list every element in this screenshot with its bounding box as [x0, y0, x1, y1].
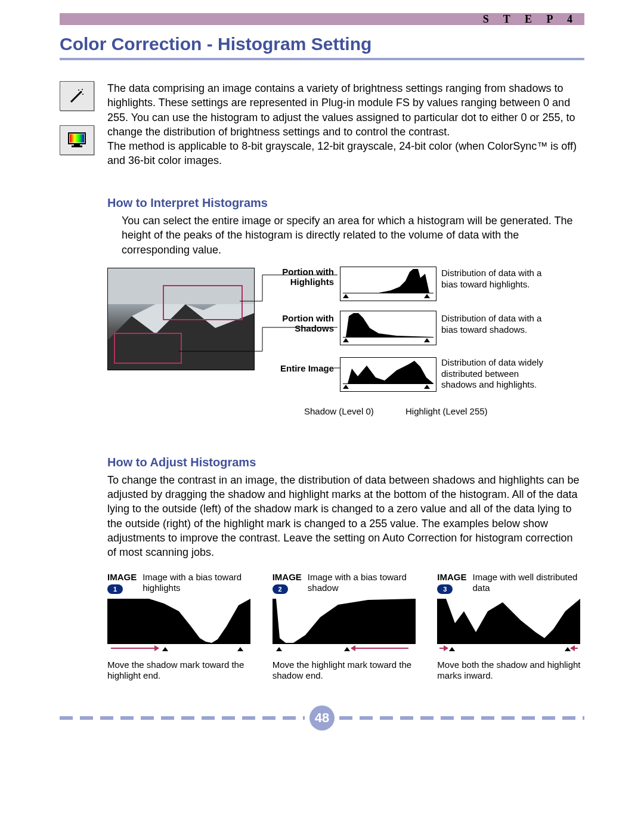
adjust-col-3: IMAGE 3 Image with well distributed data: [437, 572, 584, 682]
image-badge-3: 3: [437, 584, 453, 594]
adjust-col-2: IMAGE 2 Image with a bias toward shadow: [273, 572, 420, 682]
interpret-body: You can select the entire image or speci…: [122, 213, 584, 257]
monitor-color-icon: [60, 125, 94, 155]
image-caption-1: Image with a bias toward highlights: [143, 572, 255, 593]
interpret-figure: Portion with Highlights Portion with Sha…: [107, 268, 584, 423]
svg-rect-6: [70, 134, 84, 143]
svg-point-3: [82, 94, 83, 95]
desc-shadows: Distribution of data with a bias toward …: [441, 313, 555, 336]
svg-point-4: [82, 89, 83, 90]
svg-rect-8: [72, 146, 82, 147]
footer-dash-right: [339, 716, 584, 720]
highlight-axis-label: Highlight (Level 255): [405, 406, 488, 416]
svg-point-1: [80, 91, 82, 93]
svg-point-2: [78, 89, 79, 91]
arrow-left-small-icon: [571, 648, 578, 649]
image-caption-2: Image with a bias toward shadow: [308, 572, 420, 593]
adjust-instr-3: Move both the shadow and highlight marks…: [437, 660, 584, 682]
arrow-left-icon: [351, 648, 408, 649]
svg-rect-7: [74, 144, 80, 146]
desc-highlights: Distribution of data with a bias toward …: [441, 268, 555, 290]
shadow-axis-label: Shadow (Level 0): [304, 406, 374, 416]
image-badge-1: 1: [107, 584, 123, 594]
page-number: 48: [309, 705, 335, 731]
image-label-2: IMAGE: [273, 572, 302, 582]
page-title: Color Correction - Histogram Setting: [60, 34, 584, 54]
adjust-body: To change the contrast in an image, the …: [107, 473, 584, 560]
intro-text: The data comprising an image contains a …: [107, 81, 584, 168]
adjust-hist-2: [273, 599, 416, 652]
intro-p2: The method is applicable to 8-bit graysc…: [107, 140, 577, 166]
arrow-right-icon: [111, 648, 159, 649]
desc-entire: Distribution of data widely distributed …: [441, 357, 555, 391]
adjust-hist-1: [107, 599, 250, 652]
adjust-examples: IMAGE 1 Image with a bias toward highlig…: [107, 572, 584, 682]
image-caption-3: Image with well distributed data: [473, 572, 585, 593]
adjust-hist-3: [437, 599, 580, 652]
interpret-heading: How to Interpret Histograms: [107, 196, 584, 210]
svg-line-0: [71, 92, 81, 102]
adjust-instr-2: Move the highlight mark toward the shado…: [273, 660, 420, 682]
wand-icon: [60, 81, 94, 111]
adjust-col-1: IMAGE 1 Image with a bias toward highlig…: [107, 572, 255, 682]
intro-p1: The data comprising an image contains a …: [107, 82, 575, 138]
page-footer: 48: [0, 705, 644, 748]
step-bar: S T E P 4: [60, 13, 584, 25]
step-label: S T E P 4: [483, 13, 578, 25]
footer-dash-left: [60, 716, 305, 720]
image-label-1: IMAGE: [107, 572, 137, 582]
adjust-instr-1: Move the shadow mark toward the highligh…: [107, 660, 255, 682]
image-label-3: IMAGE: [437, 572, 466, 582]
arrow-right-small-icon: [439, 648, 448, 649]
adjust-heading: How to Adjust Histograms: [107, 456, 584, 469]
image-badge-2: 2: [273, 584, 288, 594]
